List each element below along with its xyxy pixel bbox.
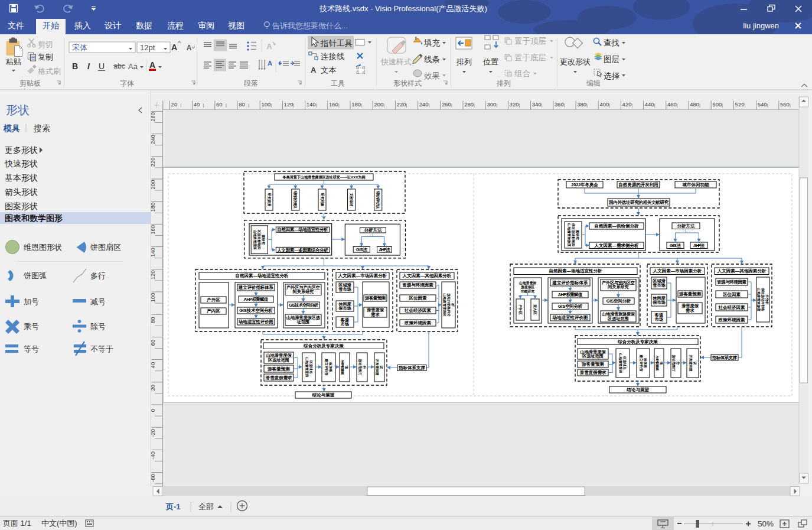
- svg-text:160: 160: [329, 101, 338, 108]
- svg-text:AHP法: AHP法: [379, 247, 390, 252]
- svg-text:全部: 全部: [198, 502, 214, 511]
- svg-text:置于底层: 置于底层: [514, 53, 546, 62]
- svg-text:选址范围打: 选址范围打: [358, 359, 362, 376]
- svg-text:视图: 视图: [228, 21, 244, 30]
- svg-text:告诉我您想要做什么...: 告诉我您想要做什么...: [272, 21, 348, 30]
- svg-text:游客量预测: 游客量预测: [267, 366, 290, 372]
- svg-text:资源与环境因素: 资源与环境因素: [402, 282, 433, 288]
- svg-text:指针工具: 指针工具: [320, 39, 353, 48]
- svg-text:市场: 市场: [654, 317, 663, 322]
- svg-text:520: 520: [735, 101, 745, 108]
- svg-text:山地滑雪旅游度: 山地滑雪旅游度: [567, 223, 572, 246]
- svg-text:雪市场: 雪市场: [653, 282, 666, 288]
- svg-text:技术路线.vsdx - Visio Professional: 技术路线.vsdx - Visio Professional(产品激活失败): [319, 4, 487, 13]
- svg-text:GIS法: GIS法: [670, 243, 681, 248]
- svg-text:复制: 复制: [38, 53, 53, 61]
- svg-text:山地滑雪度假: 山地滑雪度假: [305, 357, 309, 378]
- svg-text:AHP法: AHP法: [693, 243, 705, 248]
- svg-text:400: 400: [599, 101, 609, 108]
- svg-text:区选址点: 区选址点: [309, 360, 313, 374]
- svg-text:自然因素—场地适宜性分析: 自然因素—场地适宜性分析: [549, 268, 603, 274]
- svg-text:500: 500: [712, 101, 722, 108]
- svg-text:产内区: 产内区: [206, 308, 220, 314]
- svg-text:粘贴: 粘贴: [6, 57, 21, 66]
- svg-text:120: 120: [149, 270, 156, 279]
- svg-text:A: A: [266, 42, 272, 51]
- svg-text:需求: 需求: [371, 312, 380, 317]
- svg-text:组合: 组合: [514, 69, 531, 78]
- svg-text:200: 200: [374, 101, 383, 108]
- svg-text:开发建设建: 开发建设建: [375, 359, 379, 376]
- svg-text:200: 200: [149, 180, 156, 190]
- svg-text:360: 360: [555, 101, 564, 108]
- svg-text:12pt: 12pt: [140, 43, 155, 52]
- svg-text:自然因素—场地适宜性分析: 自然因素—场地适宜性分析: [236, 273, 289, 278]
- svg-text:选址范围打: 选址范围打: [671, 355, 676, 372]
- svg-text:设计: 设计: [105, 21, 121, 30]
- svg-text:A: A: [311, 66, 317, 74]
- svg-text:查找: 查找: [604, 38, 619, 47]
- svg-text:研究对象: 研究对象: [320, 192, 325, 206]
- svg-text:100: 100: [149, 293, 156, 303]
- svg-text:人文因素—其他因素分析: 人文因素—其他因素分析: [717, 268, 767, 274]
- svg-text:260: 260: [149, 112, 156, 122]
- svg-text:标体系: 标体系: [328, 362, 332, 372]
- svg-text:人文因素—市场因素分析: 人文因素—市场因素分析: [653, 268, 702, 274]
- svg-text:社会经济因素: 社会经济因素: [404, 308, 432, 313]
- svg-text:结论与展望: 结论与展望: [626, 387, 649, 392]
- svg-text:快速形状: 快速形状: [4, 159, 38, 168]
- svg-text:页面 1/1: 页面 1/1: [3, 519, 31, 528]
- svg-text:滑雪度假需求: 滑雪度假需求: [265, 375, 293, 381]
- svg-text:产外区: 产外区: [206, 297, 220, 303]
- svg-text:AHP权重赋: AHP权重赋: [656, 356, 659, 371]
- svg-text:建立评价指: 建立评价指: [324, 359, 328, 376]
- svg-text:开始: 开始: [43, 21, 59, 30]
- svg-text:2022年冬奥会: 2022年冬奥会: [571, 182, 598, 187]
- svg-text:假市场: 假市场: [338, 305, 351, 311]
- svg-text:GIS技术空间分析: GIS技术空间分析: [289, 303, 319, 308]
- svg-text:分: 分: [362, 365, 366, 369]
- svg-text:加号: 加号: [24, 297, 39, 306]
- svg-text:室内区: 室内区: [533, 304, 537, 315]
- svg-text:人文因素—多因素综合分析: 人文因素—多因素综合分析: [276, 248, 328, 253]
- svg-text:图表和数学图形: 图表和数学图形: [5, 213, 63, 223]
- svg-text:议: 议: [693, 361, 697, 365]
- svg-text:填充: 填充: [423, 38, 441, 47]
- svg-text:自然因素—供给侧分析: 自然因素—供给侧分析: [595, 223, 640, 229]
- svg-text:址范围: 址范围: [296, 319, 310, 324]
- svg-text:人文因素—其他因素分析: 人文因素—其他因素分析: [402, 273, 452, 278]
- svg-text:340: 340: [532, 101, 542, 108]
- svg-text:研究内容与方法: 研究内容与方法: [376, 190, 380, 209]
- svg-text:300: 300: [487, 101, 496, 108]
- svg-text:页-1: 页-1: [165, 502, 181, 511]
- svg-text:间关系研究: 间关系研究: [293, 289, 314, 294]
- svg-text:析: 析: [451, 303, 455, 307]
- svg-text:工具: 工具: [331, 79, 345, 87]
- svg-text:320: 320: [510, 101, 519, 108]
- svg-text:建立评价指标体系: 建立评价指标体系: [552, 280, 589, 285]
- svg-text:440: 440: [645, 101, 654, 108]
- svg-text:滑雪度假需求: 滑雪度假需求: [579, 370, 607, 375]
- svg-text:开发建设建: 开发建设建: [689, 355, 693, 372]
- svg-text:建立评价指标体系: 建立评价指标体系: [238, 285, 274, 290]
- svg-text:20: 20: [149, 385, 156, 391]
- svg-text:游客量预测: 游客量预测: [581, 362, 604, 367]
- svg-text:模具: 模具: [3, 123, 20, 133]
- svg-text:指标体系支撑: 指标体系支撑: [398, 365, 426, 370]
- svg-text:城市休闲功能: 城市休闲功能: [682, 182, 710, 187]
- svg-text:场地适宜性评价图: 场地适宜性评价图: [238, 319, 273, 324]
- svg-text:值: 值: [660, 361, 663, 365]
- svg-text:饼图弧: 饼图弧: [23, 271, 47, 280]
- svg-text:等号: 等号: [24, 344, 39, 353]
- svg-text:建立评价指: 建立评价指: [639, 355, 643, 372]
- svg-text:180: 180: [149, 203, 156, 212]
- svg-text:插入: 插入: [74, 21, 91, 30]
- svg-text:160: 160: [149, 225, 156, 235]
- svg-text:区选址点: 区选址点: [622, 356, 627, 370]
- svg-text:0: 0: [149, 409, 156, 412]
- svg-text:图案形状: 图案形状: [5, 201, 38, 211]
- svg-text:560: 560: [780, 101, 790, 108]
- svg-text:60: 60: [149, 340, 156, 346]
- svg-text:A: A: [149, 60, 155, 70]
- svg-text:A: A: [268, 60, 272, 67]
